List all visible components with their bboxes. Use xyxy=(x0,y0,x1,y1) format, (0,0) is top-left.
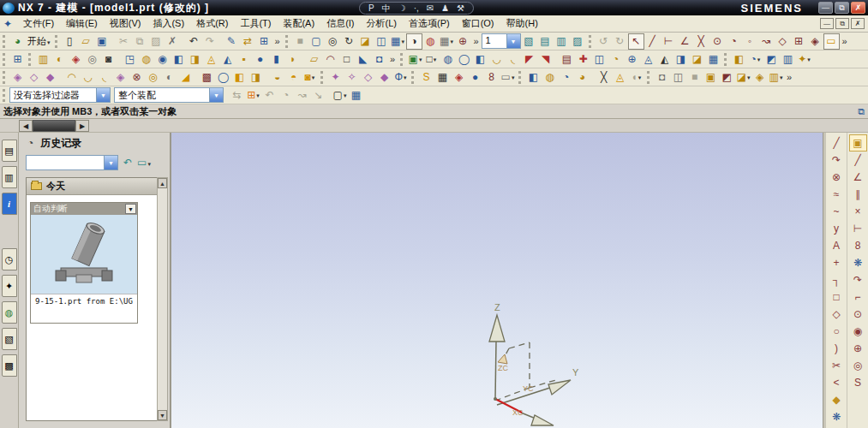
form-icon[interactable]: ◕ xyxy=(574,69,590,86)
studio-spline-icon[interactable]: ≈ xyxy=(828,186,846,203)
barrel-icon[interactable]: ▮ xyxy=(268,51,284,68)
信息(I)[interactable]: 信息(I) xyxy=(320,15,360,32)
datum-plane-icon[interactable]: □ xyxy=(423,51,440,68)
swept-surface-icon[interactable]: ◟ xyxy=(96,69,112,86)
through-curves-icon[interactable]: ◠ xyxy=(63,69,80,86)
rectangle-icon[interactable]: □ xyxy=(828,288,846,306)
thread-icon[interactable]: ▤ xyxy=(559,51,575,68)
copy-icon[interactable]: ⧉ xyxy=(132,33,148,50)
pad-icon[interactable]: ▪ xyxy=(236,51,252,68)
pattern-feature-icon[interactable]: ✚ xyxy=(575,51,591,68)
open-file-icon[interactable]: ▱ xyxy=(78,33,94,50)
snap-bounded-grid-icon[interactable]: ⊞ xyxy=(791,33,807,50)
trim-icon[interactable]: ✂ xyxy=(828,357,846,374)
snap-intersection-icon[interactable]: ╳ xyxy=(693,33,709,50)
view-orient-icon[interactable]: ⊕ xyxy=(455,33,471,50)
select-pointer-icon[interactable]: ↖ xyxy=(628,33,644,50)
move-component-icon[interactable]: ◔ xyxy=(747,51,763,68)
point-on-line-icon[interactable]: ⊢ xyxy=(849,220,867,237)
delete-icon[interactable]: ✗ xyxy=(165,33,181,50)
boss-icon[interactable]: ◬ xyxy=(203,51,219,68)
delete-face-icon[interactable]: ╳ xyxy=(596,69,612,86)
touch-copy-icon[interactable]: ⇄ xyxy=(240,33,256,50)
sew-icon[interactable]: ◨ xyxy=(248,69,264,86)
undo-selection-icon[interactable]: ↶ xyxy=(261,87,278,104)
bounded-plane-icon[interactable]: ◎ xyxy=(145,69,161,86)
point-icon[interactable]: + xyxy=(828,254,846,271)
user-icon[interactable]: ♟ xyxy=(441,3,449,14)
polyline-icon[interactable]: y xyxy=(828,220,846,237)
sphere-icon[interactable]: ◍ xyxy=(440,51,456,68)
cut-icon[interactable]: ✂ xyxy=(116,33,132,50)
label-notch-icon[interactable]: ◈ xyxy=(751,69,768,86)
replace-face-icon[interactable]: ◩ xyxy=(719,69,735,86)
snap-point-on-surface-icon[interactable]: ◇ xyxy=(775,33,791,50)
line-icon[interactable]: ╱ xyxy=(849,152,867,169)
snapshot-icon[interactable]: ◫ xyxy=(374,33,390,50)
draft-icon[interactable]: ◬ xyxy=(640,51,656,68)
profile-icon[interactable]: ╱ xyxy=(828,134,846,152)
resize-blend-icon[interactable]: ◪ xyxy=(735,69,751,86)
snap-endpoint-icon[interactable]: ╱ xyxy=(644,33,661,50)
ruled-surface-icon[interactable]: ◡ xyxy=(80,69,96,86)
save-icon[interactable]: ▣ xyxy=(94,33,111,50)
snap-quadrant-icon[interactable]: ◔ xyxy=(726,33,742,50)
i-form-icon[interactable]: ◓ xyxy=(285,69,302,86)
分析(L)[interactable]: 分析(L) xyxy=(361,15,403,32)
solid-filter-cube-icon[interactable]: ▦ xyxy=(348,87,364,104)
trim-body-icon[interactable]: ◤ xyxy=(521,51,537,68)
helix-icon[interactable]: S xyxy=(849,374,867,391)
scrollbar-thumb[interactable] xyxy=(33,120,75,132)
shaded-view-icon[interactable]: ▦ xyxy=(390,33,406,50)
refresh-icon[interactable]: ↶ xyxy=(123,157,132,169)
ruled-icon[interactable]: ◠ xyxy=(322,51,338,68)
view-mode-icon[interactable]: ▭ xyxy=(137,157,151,169)
scroll-right-icon[interactable]: ▶ xyxy=(75,120,89,132)
alert-bell-icon[interactable]: ◙ xyxy=(302,69,318,86)
dots-icon[interactable]: ·, xyxy=(414,3,419,14)
plane-grid-icon[interactable]: ◆ xyxy=(376,69,392,86)
paste-icon[interactable]: ▨ xyxy=(148,33,165,50)
tab-process-studio[interactable]: ▩ xyxy=(2,354,17,377)
datum-plane-flat-icon[interactable]: □ xyxy=(338,51,355,68)
history-search-combo[interactable] xyxy=(26,155,118,170)
首选项(P)[interactable]: 首选项(P) xyxy=(403,15,456,32)
fit-view-icon[interactable]: ▢ xyxy=(308,33,325,50)
arc-icon[interactable]: ↷ xyxy=(828,152,846,169)
derived-line-icon[interactable]: ⊕ xyxy=(849,340,867,357)
layer-visible-in-view-icon[interactable]: ▤ xyxy=(537,33,554,50)
add-to-selection-icon[interactable]: ⊞ xyxy=(245,87,261,104)
history-scrollbar[interactable]: ▲ ▼ xyxy=(157,177,168,421)
conic-icon[interactable]: ) xyxy=(828,340,846,357)
select-chain-icon[interactable]: ↘ xyxy=(310,87,326,104)
tab-reuse-library[interactable]: ◷ xyxy=(2,248,17,270)
ellipse-icon[interactable]: ○ xyxy=(828,323,846,340)
tab-web-browser[interactable]: ◍ xyxy=(2,301,17,324)
wireframe-view-icon[interactable]: ▦ xyxy=(439,33,455,50)
窗口(O)[interactable]: 窗口(O) xyxy=(456,15,500,32)
part-thumbnail[interactable] xyxy=(31,215,137,294)
warn-icon[interactable]: ◬ xyxy=(612,69,628,86)
sketch-icon[interactable]: ▣ xyxy=(407,51,423,68)
studio-surface-icon[interactable]: ◢ xyxy=(177,69,194,86)
offset-region-icon[interactable]: ▣ xyxy=(703,69,719,86)
moon-icon[interactable]: ☽ xyxy=(398,3,406,14)
selection-scope-combo[interactable]: 整个装配 xyxy=(114,87,224,103)
minimize-button[interactable]: — xyxy=(818,2,833,14)
hand-tool-icon[interactable]: ◗ xyxy=(284,51,301,68)
unite-icon[interactable]: ◨ xyxy=(673,51,689,68)
offset-surface-icon[interactable]: ◯ xyxy=(215,69,231,86)
plmxml-badge-icon[interactable]: P xyxy=(368,3,374,14)
split-body-icon[interactable]: ◥ xyxy=(537,51,554,68)
bounding-box-icon[interactable]: ◧ xyxy=(472,51,488,68)
patch-icon[interactable]: ◧ xyxy=(231,69,248,86)
booklet-icon[interactable]: ◔ xyxy=(608,51,624,68)
analysis-icon[interactable]: 8 xyxy=(483,69,500,86)
grid-tool-icon[interactable]: ▦ xyxy=(434,69,451,86)
block-icon[interactable]: ◧ xyxy=(171,51,187,68)
overflow-chevron[interactable]: » xyxy=(272,33,283,50)
exploded-view-icon[interactable]: ▥ xyxy=(780,51,796,68)
globe-icon[interactable]: ◯ xyxy=(456,51,472,68)
selection-filter-combo[interactable]: 没有选择过滤器 xyxy=(9,87,111,103)
编辑(E)[interactable]: 编辑(E) xyxy=(60,15,104,32)
